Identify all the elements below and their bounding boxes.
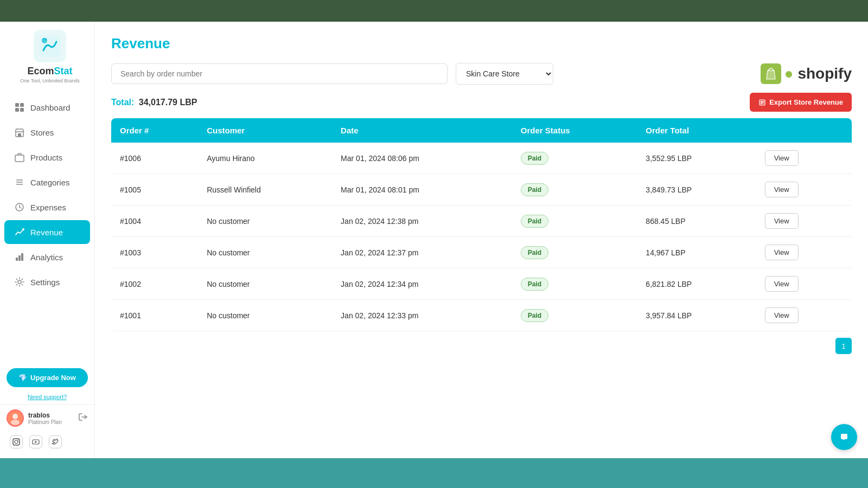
export-button[interactable]: Export Store Revenue bbox=[750, 93, 852, 112]
sidebar-item-label: Analytics bbox=[30, 253, 63, 262]
cell-order: #1003 bbox=[111, 237, 198, 268]
view-button[interactable]: View bbox=[765, 245, 799, 260]
view-button[interactable]: View bbox=[765, 307, 799, 323]
status-badge: Paid bbox=[521, 309, 548, 322]
sidebar-item-dashboard[interactable]: Dashboard bbox=[4, 95, 90, 119]
grid-icon bbox=[14, 102, 25, 113]
store-icon bbox=[14, 127, 25, 138]
user-name: trablos bbox=[28, 412, 74, 419]
revenue-icon bbox=[14, 227, 25, 237]
sidebar-item-label: Expenses bbox=[30, 203, 66, 212]
sidebar-item-settings[interactable]: Settings bbox=[4, 270, 90, 294]
total-display: Total: 34,017.79 LBP bbox=[111, 98, 197, 107]
cell-date: Jan 02, 2024 12:38 pm bbox=[332, 206, 512, 237]
page-number-1[interactable]: 1 bbox=[835, 338, 852, 354]
svg-point-20 bbox=[11, 420, 20, 425]
orders-table: Order # Customer Date Order Status Order… bbox=[111, 118, 852, 331]
search-input[interactable] bbox=[111, 63, 448, 84]
toolbar: Skin Care Store ● shopify bbox=[111, 63, 852, 85]
sidebar-item-analytics[interactable]: Analytics bbox=[4, 245, 90, 269]
table-row: #1006 Ayumu Hirano Mar 01, 2024 08:06 pm… bbox=[111, 143, 852, 174]
cell-status: Paid bbox=[512, 300, 637, 331]
svg-rect-14 bbox=[16, 258, 18, 261]
col-total: Order Total bbox=[637, 118, 756, 143]
logout-button[interactable] bbox=[78, 412, 88, 424]
cell-status: Paid bbox=[512, 268, 637, 300]
svg-point-24 bbox=[18, 440, 19, 441]
export-icon bbox=[758, 99, 766, 106]
analytics-icon bbox=[14, 252, 25, 262]
cell-customer: No customer bbox=[198, 237, 332, 268]
cell-customer: No customer bbox=[198, 300, 332, 331]
view-button[interactable]: View bbox=[765, 182, 799, 197]
store-select[interactable]: Skin Care Store bbox=[456, 63, 553, 85]
shopify-bag-icon bbox=[761, 63, 781, 84]
cell-total: 14,967 LBP bbox=[637, 237, 756, 268]
diamond-icon: 💎 bbox=[18, 374, 27, 382]
page-title: Revenue bbox=[111, 35, 852, 52]
social-links bbox=[0, 431, 94, 453]
cell-date: Jan 02, 2024 12:33 pm bbox=[332, 300, 512, 331]
cell-action: View bbox=[756, 237, 852, 268]
avatar bbox=[7, 409, 24, 427]
total-label: Total: bbox=[111, 98, 134, 107]
table-row: #1002 No customer Jan 02, 2024 12:34 pm … bbox=[111, 268, 852, 300]
cell-status: Paid bbox=[512, 237, 637, 268]
sidebar-item-products[interactable]: Products bbox=[4, 145, 90, 169]
youtube-icon[interactable] bbox=[29, 435, 42, 448]
view-button[interactable]: View bbox=[765, 276, 799, 292]
cell-total: 868.45 LBP bbox=[637, 206, 756, 237]
cell-date: Mar 01, 2024 08:06 pm bbox=[332, 143, 512, 174]
shopify-label: ● shopify bbox=[784, 65, 852, 82]
instagram-icon[interactable] bbox=[10, 435, 23, 448]
sidebar-item-label: Stores bbox=[30, 128, 54, 137]
status-badge: Paid bbox=[521, 246, 548, 259]
user-info: trablos Platinum Plan bbox=[28, 412, 74, 425]
upgrade-button[interactable]: 💎 Upgrade Now bbox=[7, 368, 88, 387]
nav-menu: Dashboard Stores Products bbox=[0, 89, 94, 364]
cell-action: View bbox=[756, 300, 852, 331]
app-name-part1: Ecom bbox=[27, 66, 54, 76]
col-status: Order Status bbox=[512, 118, 637, 143]
top-bar bbox=[0, 0, 868, 22]
expenses-icon bbox=[14, 202, 25, 213]
table-header-row: Order # Customer Date Order Status Order… bbox=[111, 118, 852, 143]
col-customer: Customer bbox=[198, 118, 332, 143]
status-badge: Paid bbox=[521, 152, 548, 165]
sidebar-item-expenses[interactable]: Expenses bbox=[4, 195, 90, 219]
cell-order: #1001 bbox=[111, 300, 198, 331]
pagination: 1 bbox=[111, 338, 852, 354]
need-support-link[interactable]: Need support? bbox=[0, 394, 94, 400]
sidebar-item-stores[interactable]: Stores bbox=[4, 120, 90, 144]
col-action bbox=[756, 118, 852, 143]
svg-rect-15 bbox=[18, 255, 21, 261]
logo-icon bbox=[34, 30, 66, 62]
settings-icon bbox=[14, 277, 25, 287]
status-badge: Paid bbox=[521, 183, 548, 196]
app-name: EcomStat bbox=[27, 66, 72, 77]
sidebar-item-categories[interactable]: Categories bbox=[4, 170, 90, 194]
chat-bubble-button[interactable] bbox=[831, 424, 857, 450]
user-plan: Platinum Plan bbox=[28, 419, 74, 425]
cell-total: 3,957.84 LBP bbox=[637, 300, 756, 331]
user-area: trablos Platinum Plan bbox=[0, 404, 94, 431]
sidebar-item-label: Categories bbox=[30, 178, 70, 187]
svg-rect-22 bbox=[13, 439, 20, 445]
sidebar-item-revenue[interactable]: Revenue bbox=[4, 220, 90, 244]
table-row: #1003 No customer Jan 02, 2024 12:37 pm … bbox=[111, 237, 852, 268]
cell-date: Mar 01, 2024 08:01 pm bbox=[332, 174, 512, 206]
shopify-logo: ● shopify bbox=[761, 63, 852, 84]
view-button[interactable]: View bbox=[765, 213, 799, 229]
cell-customer: No customer bbox=[198, 206, 332, 237]
twitter-icon[interactable] bbox=[49, 435, 62, 448]
cell-status: Paid bbox=[512, 206, 637, 237]
logo-area: EcomStat One Tool, Unlimited Brands bbox=[0, 22, 94, 89]
svg-rect-5 bbox=[20, 108, 24, 112]
cell-status: Paid bbox=[512, 143, 637, 174]
table-body: #1006 Ayumu Hirano Mar 01, 2024 08:06 pm… bbox=[111, 143, 852, 331]
svg-rect-2 bbox=[15, 103, 19, 107]
svg-rect-8 bbox=[15, 155, 24, 162]
cell-date: Jan 02, 2024 12:34 pm bbox=[332, 268, 512, 300]
view-button[interactable]: View bbox=[765, 150, 799, 166]
sidebar-item-label: Products bbox=[30, 153, 62, 162]
